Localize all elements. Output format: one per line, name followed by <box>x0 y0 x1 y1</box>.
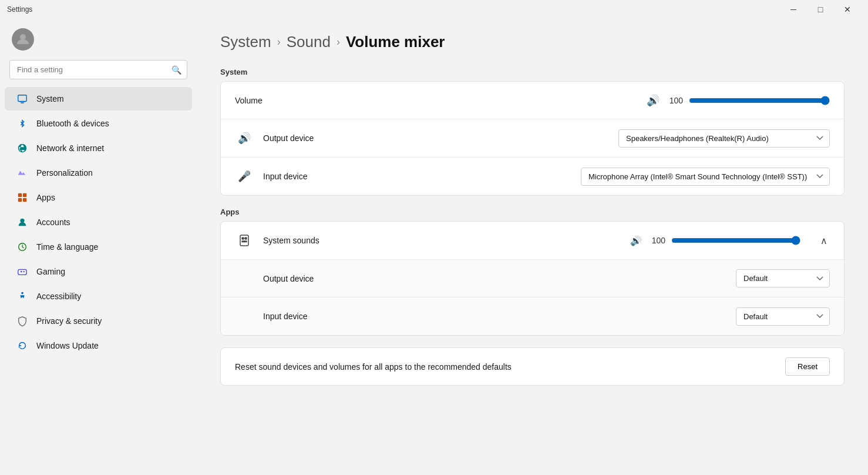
update-icon <box>16 340 28 352</box>
system-sounds-output-select[interactable]: Default <box>736 269 830 287</box>
sidebar: 🔍 System Bluetooth & devices <box>0 19 197 475</box>
system-sounds-label: System sounds <box>263 236 630 245</box>
breadcrumb: System › Sound › Volume mixer <box>220 33 845 51</box>
system-sounds-slider[interactable] <box>671 236 800 245</box>
volume-icon: 🔊 <box>647 94 660 107</box>
output-device-icon: 🔊 <box>235 129 254 148</box>
system-sounds-vol-icon: 🔊 <box>630 235 642 246</box>
system-sounds-output-label: Output device <box>263 274 736 283</box>
breadcrumb-sound[interactable]: Sound <box>287 33 331 51</box>
privacy-icon <box>16 315 28 327</box>
search-icon: 🔍 <box>171 65 181 75</box>
system-sounds-input-row: Input device Default <box>221 297 844 335</box>
input-device-row: 🎤 Input device Microphone Array (Intel® … <box>221 158 844 195</box>
sidebar-item-gaming-label: Gaming <box>36 267 65 276</box>
sidebar-item-apps-label: Apps <box>36 193 55 202</box>
svg-rect-13 <box>242 238 244 239</box>
input-device-label: Input device <box>263 172 581 181</box>
sidebar-item-update[interactable]: Windows Update <box>5 334 192 357</box>
sidebar-item-bluetooth-label: Bluetooth & devices <box>36 119 109 128</box>
svg-point-8 <box>20 219 24 223</box>
sidebar-item-network[interactable]: Network & internet <box>5 136 192 160</box>
accounts-icon <box>16 216 28 228</box>
system-sounds-slider-wrap <box>671 235 812 246</box>
output-device-controls: Speakers/Headphones (Realtek(R) Audio) <box>618 129 830 148</box>
app-body: 🔍 System Bluetooth & devices <box>0 19 868 475</box>
input-device-controls: Microphone Array (Intel® Smart Sound Tec… <box>581 168 830 186</box>
system-sounds-output-controls: Default <box>736 269 830 287</box>
system-sounds-input-select[interactable]: Default <box>736 307 830 326</box>
sidebar-item-bluetooth[interactable]: Bluetooth & devices <box>5 112 192 135</box>
sidebar-item-time-label: Time & language <box>36 242 98 252</box>
input-device-icon: 🎤 <box>235 167 254 186</box>
svg-rect-4 <box>18 193 22 197</box>
system-sounds-icon <box>235 231 254 250</box>
volume-slider[interactable] <box>689 96 830 105</box>
sidebar-item-gaming[interactable]: Gaming <box>5 260 192 283</box>
gaming-icon <box>16 266 28 277</box>
breadcrumb-sep-1: › <box>277 36 281 48</box>
avatar <box>12 28 34 51</box>
apps-icon <box>16 192 28 203</box>
sidebar-item-privacy[interactable]: Privacy & security <box>5 309 192 333</box>
system-card-group: Volume 🔊 100 🔊 Output device Speakers/He… <box>220 81 845 196</box>
user-section <box>0 19 197 60</box>
system-sounds-volume: 100 <box>648 236 665 245</box>
breadcrumb-current: Volume mixer <box>346 33 445 51</box>
output-device-select[interactable]: Speakers/Headphones (Realtek(R) Audio) <box>618 129 830 148</box>
breadcrumb-sep-2: › <box>337 36 340 48</box>
svg-point-0 <box>20 34 26 40</box>
system-sounds-row: System sounds 🔊 100 ∧ <box>221 222 844 260</box>
sidebar-item-personalization-label: Personalization <box>36 168 93 178</box>
svg-rect-15 <box>242 241 247 242</box>
sidebar-item-accounts-label: Accounts <box>36 218 70 227</box>
bluetooth-icon <box>16 118 28 129</box>
svg-rect-6 <box>18 198 22 202</box>
svg-rect-7 <box>23 198 26 202</box>
main-content: System › Sound › Volume mixer System Vol… <box>197 19 868 475</box>
svg-rect-12 <box>240 235 248 246</box>
apps-card-group: System sounds 🔊 100 ∧ Output device Defa… <box>220 221 845 336</box>
system-sounds-input-label: Input device <box>263 312 736 321</box>
sidebar-item-accessibility-label: Accessibility <box>36 292 81 301</box>
sidebar-item-system-label: System <box>36 94 64 103</box>
sidebar-item-network-label: Network & internet <box>36 143 104 153</box>
system-section-label: System <box>220 68 845 76</box>
sidebar-item-accounts[interactable]: Accounts <box>5 210 192 234</box>
sidebar-item-personalization[interactable]: Personalization <box>5 161 192 185</box>
minimize-button[interactable]: ─ <box>780 0 807 19</box>
system-sounds-input-controls: Default <box>736 307 830 326</box>
system-sounds-output-row: Output device Default <box>221 260 844 297</box>
close-button[interactable]: ✕ <box>834 0 861 19</box>
svg-rect-1 <box>18 95 26 102</box>
maximize-button[interactable]: □ <box>807 0 834 19</box>
volume-controls: 🔊 100 <box>647 94 830 107</box>
sidebar-item-system[interactable]: System <box>5 87 192 111</box>
svg-rect-3 <box>20 102 25 102</box>
personalization-icon <box>16 167 28 179</box>
volume-label: Volume <box>235 96 647 105</box>
system-sounds-collapse-button[interactable]: ∧ <box>818 233 830 249</box>
volume-slider-wrap <box>689 95 830 106</box>
time-icon <box>16 241 28 253</box>
volume-row: Volume 🔊 100 <box>221 82 844 119</box>
search-input[interactable] <box>9 60 187 79</box>
titlebar-title: Settings <box>7 5 780 14</box>
svg-rect-10 <box>18 269 26 275</box>
sidebar-item-accessibility[interactable]: Accessibility <box>5 285 192 308</box>
system-icon <box>16 93 28 105</box>
network-icon <box>16 142 28 154</box>
volume-value: 100 <box>665 96 683 105</box>
system-sounds-controls: 🔊 100 ∧ <box>630 233 830 249</box>
svg-rect-14 <box>245 238 247 239</box>
breadcrumb-system[interactable]: System <box>220 33 271 51</box>
reset-row: Reset sound devices and volumes for all … <box>220 347 845 386</box>
sidebar-item-apps[interactable]: Apps <box>5 186 192 209</box>
reset-label: Reset sound devices and volumes for all … <box>235 362 785 372</box>
output-device-row: 🔊 Output device Speakers/Headphones (Rea… <box>221 119 844 158</box>
sidebar-item-update-label: Windows Update <box>36 341 99 350</box>
sidebar-item-time[interactable]: Time & language <box>5 235 192 259</box>
input-device-select[interactable]: Microphone Array (Intel® Smart Sound Tec… <box>581 168 830 186</box>
reset-button[interactable]: Reset <box>785 357 830 376</box>
svg-rect-5 <box>23 193 26 197</box>
